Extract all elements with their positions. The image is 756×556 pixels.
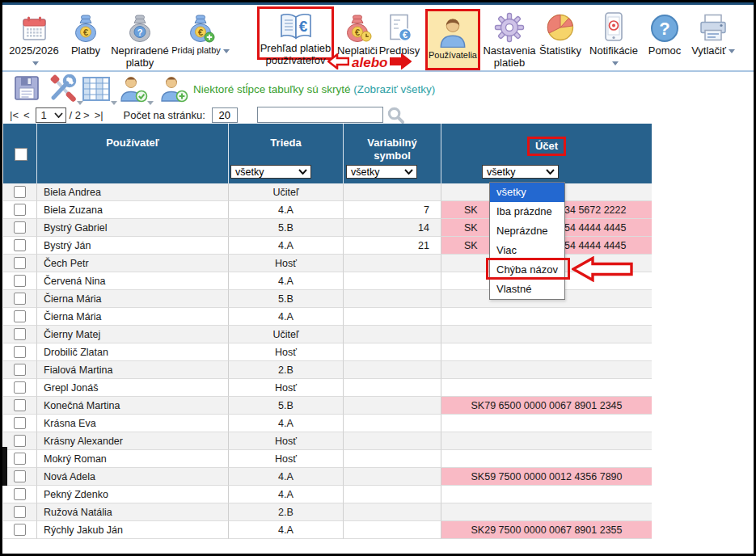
column-header-trieda[interactable]: Triedavšetky bbox=[229, 124, 344, 183]
arrow-left-icon bbox=[327, 53, 349, 73]
class-cell: Hosť bbox=[229, 450, 344, 468]
account-cell bbox=[441, 486, 652, 503]
row-checkbox[interactable] bbox=[14, 239, 26, 251]
user-name-cell: Čierna Mária bbox=[37, 290, 229, 308]
search-icon[interactable] bbox=[386, 106, 405, 124]
page-select[interactable]: 1 bbox=[36, 107, 66, 123]
mobile-notification-icon bbox=[602, 11, 626, 44]
row-checkbox[interactable] bbox=[14, 524, 26, 536]
table-row: Nová Adela 4.A SK59 7500 0000 0012 4356 … bbox=[3, 468, 652, 486]
svg-text:€: € bbox=[355, 27, 360, 37]
row-checkbox[interactable] bbox=[14, 453, 26, 465]
row-checkbox[interactable] bbox=[14, 275, 26, 287]
columns-button[interactable] bbox=[81, 74, 112, 107]
user-name-cell: Krásna Eva bbox=[37, 415, 229, 432]
row-checkbox[interactable] bbox=[14, 364, 26, 376]
toolbar-item-year[interactable]: 2025/2026 bbox=[5, 11, 63, 69]
toolbar-item-statistiky[interactable]: Štatistiky bbox=[536, 11, 585, 57]
table-row: Ružová Natália 2.B bbox=[3, 503, 652, 521]
toolbar-item-vytlacit[interactable]: Vytlačiť bbox=[686, 11, 740, 57]
variable-symbol-cell: 21 bbox=[344, 237, 441, 255]
variable-symbol-cell bbox=[344, 272, 441, 290]
toolbar-item-neplatici[interactable]: €Neplatiči bbox=[337, 11, 378, 57]
prev-page-button[interactable]: < bbox=[21, 109, 32, 121]
search-input[interactable] bbox=[257, 107, 383, 123]
row-checkbox[interactable] bbox=[14, 506, 26, 518]
filter-select-ucet[interactable]: všetky bbox=[482, 165, 559, 179]
toolbar-item-pomoc[interactable]: ?Pomoc bbox=[644, 11, 685, 57]
account-cell bbox=[441, 432, 652, 450]
table-row: Čierna Mária 4.A bbox=[3, 308, 652, 326]
show-all-columns-link[interactable]: (Zobraziť všetky) bbox=[353, 83, 435, 95]
row-checkbox[interactable] bbox=[14, 488, 26, 500]
variable-symbol-cell bbox=[344, 183, 441, 201]
row-checkbox[interactable] bbox=[14, 470, 26, 482]
toolbar-item-pouzivatelia[interactable]: Používatelia bbox=[425, 9, 480, 70]
settings-tools-button[interactable] bbox=[47, 74, 78, 107]
table-row: Mokrý Roman Hosť bbox=[3, 450, 652, 468]
variable-symbol-cell bbox=[344, 503, 441, 521]
row-checkbox[interactable] bbox=[14, 328, 26, 340]
row-checkbox[interactable] bbox=[14, 293, 26, 305]
account-number: SK29 7500 0000 0067 8901 2355 bbox=[471, 524, 623, 536]
user-name-cell: Drobilič Zlatan bbox=[37, 343, 229, 361]
svg-text:?: ? bbox=[137, 27, 143, 37]
column-header-et[interactable]: Účetvšetky bbox=[441, 124, 652, 183]
table-columns-icon bbox=[81, 92, 112, 106]
row-checkbox[interactable] bbox=[14, 310, 26, 322]
per-page-input[interactable] bbox=[212, 107, 238, 123]
dropdown-option-vlastn-[interactable]: Vlastné bbox=[490, 280, 564, 299]
column-header-variabilny-symbol[interactable]: Variabilnýsymbolvšetky bbox=[344, 124, 441, 183]
row-checkbox[interactable] bbox=[14, 257, 26, 269]
table-row: Krásny Alexander Hosť bbox=[3, 432, 652, 450]
toolbar-item-nastavenia[interactable]: Nastavenia platieb bbox=[482, 11, 537, 69]
toolbar-item-label: 2025/2026 bbox=[5, 45, 63, 69]
svg-text:€: € bbox=[403, 30, 408, 40]
svg-text:€: € bbox=[298, 18, 307, 35]
pagination-bar: |< < 1 / 2 > >| Počet na stránku: bbox=[7, 105, 405, 124]
account-cell bbox=[441, 450, 652, 468]
help-icon: ? bbox=[649, 11, 680, 44]
toolbar-item-platby[interactable]: €Platby bbox=[65, 11, 107, 57]
dropdown-option-v-etky[interactable]: všetky bbox=[490, 183, 564, 202]
row-checkbox[interactable] bbox=[14, 221, 26, 234]
row-checkbox[interactable] bbox=[14, 435, 26, 447]
table-header: PoužívateľTriedavšetky Variabilnýsymbolv… bbox=[3, 124, 652, 183]
select-all-checkbox[interactable] bbox=[15, 148, 27, 161]
toolbar-item-predpisy[interactable]: €Predpisy bbox=[377, 11, 422, 57]
dropdown-option-iba-pr-zdne[interactable]: Iba prázdne bbox=[490, 202, 564, 221]
save-button[interactable] bbox=[13, 74, 40, 105]
toolbar-item-prehlad[interactable]: €Prehľad platieb používateľov bbox=[257, 6, 334, 60]
per-page-label: Počet na stránku: bbox=[124, 109, 205, 121]
row-checkbox[interactable] bbox=[14, 417, 26, 429]
chevron-down-icon bbox=[298, 169, 307, 175]
next-page-button[interactable]: > bbox=[81, 109, 92, 121]
row-checkbox[interactable] bbox=[14, 399, 26, 411]
first-page-button[interactable]: |< bbox=[7, 109, 21, 121]
variable-symbol-cell bbox=[344, 521, 441, 539]
row-checkbox[interactable] bbox=[14, 346, 26, 358]
app-window: 2025/2026 €Platby ?Nepriradené platby €P… bbox=[0, 0, 756, 556]
account-cell bbox=[441, 326, 652, 343]
toolbar-item-pridaj[interactable]: €Pridaj platby bbox=[171, 11, 230, 55]
class-cell: 4.A bbox=[229, 237, 344, 255]
filter-select-variabilny-symbol[interactable]: všetky bbox=[346, 165, 417, 179]
last-page-button[interactable]: >| bbox=[92, 109, 106, 121]
class-cell: 4.A bbox=[229, 201, 344, 219]
payments-book-icon: € bbox=[278, 12, 314, 41]
user-name-cell: Krásny Alexander bbox=[37, 432, 229, 450]
dropdown-option-ch-ba-n-zov[interactable]: Chýba názov bbox=[490, 260, 564, 280]
dropdown-option-nepr-zdne[interactable]: Neprázdne bbox=[490, 221, 564, 241]
column-header-pouvate[interactable]: Používateľ bbox=[37, 124, 229, 183]
user-add-button[interactable] bbox=[159, 74, 188, 107]
toolbar-item-nepriradene[interactable]: ?Nepriradené platby bbox=[107, 11, 173, 69]
money-bag-question-icon: ? bbox=[125, 11, 155, 44]
row-checkbox[interactable] bbox=[14, 381, 26, 394]
filter-select-trieda[interactable]: všetky bbox=[230, 165, 311, 179]
row-checkbox[interactable] bbox=[14, 204, 26, 216]
row-checkbox[interactable] bbox=[14, 186, 26, 198]
toolbar-item-label: Vytlačiť bbox=[691, 45, 735, 57]
toolbar-item-notifikacie[interactable]: Notifikácie bbox=[585, 11, 642, 69]
dropdown-option-viac[interactable]: Viac bbox=[490, 241, 564, 260]
user-approve-button[interactable] bbox=[119, 74, 148, 107]
